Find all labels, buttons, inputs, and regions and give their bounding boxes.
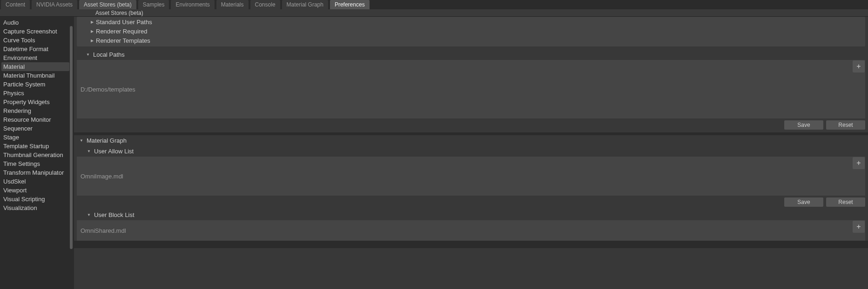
- preferences-sidebar: AudioCapture ScreenshotCurve ToolsDateti…: [0, 17, 70, 289]
- sidebar-item-template-startup[interactable]: Template Startup: [3, 142, 67, 151]
- sidebar-item-curve-tools[interactable]: Curve Tools: [3, 36, 67, 45]
- add-allow-item-button[interactable]: +: [853, 157, 865, 169]
- sidebar-item-viewport[interactable]: Viewport: [3, 186, 67, 195]
- sidebar-item-sequencer[interactable]: Sequencer: [3, 124, 67, 133]
- tab-material-graph[interactable]: Material Graph: [282, 0, 328, 9]
- sidebar-item-visual-scripting[interactable]: Visual Scripting: [3, 195, 67, 204]
- section-title: Material Graph: [87, 137, 127, 144]
- sidebar-item-visualization[interactable]: Visualization: [3, 204, 67, 212]
- tab-content[interactable]: Content: [1, 0, 30, 9]
- sidebar-item-material[interactable]: Material: [1, 62, 69, 71]
- section-title: User Block List: [94, 211, 135, 218]
- sidebar-item-thumbnail-generation[interactable]: Thumbnail Generation: [3, 151, 67, 159]
- sidebar-item-environment[interactable]: Environment: [3, 53, 67, 62]
- reset-button[interactable]: Reset: [826, 197, 865, 207]
- user-block-list-input[interactable]: [77, 220, 853, 241]
- sidebar-item-stage[interactable]: Stage: [3, 133, 67, 142]
- tree-label: Renderer Required: [96, 28, 148, 35]
- sidebar-item-resource-monitor[interactable]: Resource Monitor: [3, 115, 67, 124]
- tab-environments[interactable]: Environments: [171, 0, 214, 9]
- section-title: User Allow List: [94, 148, 134, 155]
- sidebar-item-transform-manipulator[interactable]: Transform Manipulator: [3, 168, 67, 177]
- sidebar-item-rendering[interactable]: Rendering: [3, 106, 67, 115]
- tab-materials[interactable]: Materials: [216, 0, 249, 9]
- sidebar-item-material-thumbnail[interactable]: Material Thumbnail: [3, 71, 67, 80]
- sidebar-item-physics[interactable]: Physics: [3, 89, 67, 98]
- sidebar-item-datetime-format[interactable]: Datetime Format: [3, 45, 67, 53]
- sub-header: Asset Stores (beta): [0, 9, 868, 17]
- tab-asset-stores-beta-[interactable]: Asset Stores (beta): [79, 0, 136, 9]
- sidebar-item-usdskel[interactable]: UsdSkel: [3, 177, 67, 186]
- tree-label: Standard User Paths: [96, 19, 152, 26]
- tree-renderer-required[interactable]: Renderer Required: [77, 27, 865, 36]
- reset-button[interactable]: Reset: [826, 120, 865, 130]
- section-title: Local Paths: [93, 51, 125, 58]
- add-local-path-button[interactable]: +: [853, 60, 865, 72]
- tab-bar: ContentNVIDIA AssetsAsset Stores (beta)S…: [0, 0, 868, 9]
- save-button[interactable]: Save: [784, 120, 823, 130]
- tab-preferences[interactable]: Preferences: [330, 0, 370, 9]
- user-allow-list-header[interactable]: User Allow List: [74, 146, 868, 157]
- sidebar-item-audio[interactable]: Audio: [3, 18, 67, 27]
- local-paths-header[interactable]: Local Paths: [74, 49, 868, 60]
- tree-renderer-templates[interactable]: Renderer Templates: [77, 36, 865, 46]
- tree-label: Renderer Templates: [96, 37, 150, 45]
- sidebar-item-property-widgets[interactable]: Property Widgets: [3, 98, 67, 106]
- add-block-item-button[interactable]: +: [853, 221, 865, 233]
- tree-standard-user-paths[interactable]: Standard User Paths: [77, 18, 865, 27]
- save-button[interactable]: Save: [784, 197, 823, 207]
- sidebar-item-particle-system[interactable]: Particle System: [3, 80, 67, 89]
- user-block-list-header[interactable]: User Block List: [74, 210, 868, 220]
- sidebar-item-time-settings[interactable]: Time Settings: [3, 159, 67, 168]
- material-graph-header[interactable]: Material Graph: [74, 135, 868, 146]
- tab-samples[interactable]: Samples: [138, 0, 169, 9]
- local-paths-input[interactable]: [77, 60, 853, 118]
- tab-console[interactable]: Console: [250, 0, 280, 9]
- sidebar-scrollbar[interactable]: [70, 17, 73, 289]
- sidebar-item-capture-screenshot[interactable]: Capture Screenshot: [3, 27, 67, 36]
- tab-nvidia-assets[interactable]: NVIDIA Assets: [32, 0, 77, 9]
- user-allow-list-input[interactable]: [77, 157, 853, 196]
- preferences-main: Standard User Paths Renderer Required Re…: [74, 17, 868, 289]
